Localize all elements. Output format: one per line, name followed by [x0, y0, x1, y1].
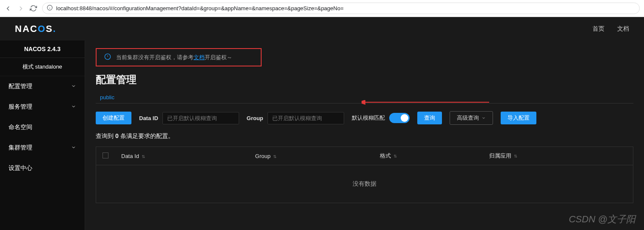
doc-link[interactable]: 文档 [194, 54, 205, 60]
data-id-input[interactable] [162, 112, 239, 124]
sidebar-item-namespace[interactable]: 命名空间 [0, 117, 85, 138]
select-all-col[interactable] [96, 147, 115, 165]
forward-icon[interactable] [17, 5, 25, 12]
table-empty: 没有数据 [96, 165, 633, 203]
chevron-down-icon [71, 144, 76, 151]
fuzzy-toggle[interactable] [389, 113, 410, 123]
sort-icon: ⇅ [514, 154, 517, 158]
config-table: Data Id⇅ Group⇅ 格式⇅ 归属应用⇅ 没有数据 [96, 147, 633, 203]
sort-icon: ⇅ [273, 154, 276, 159]
col-app[interactable]: 归属应用⇅ [483, 147, 633, 165]
sidebar-item-label: 集群管理 [9, 144, 32, 152]
sidebar-item-label: 配置管理 [9, 83, 32, 90]
query-button[interactable]: 查询 [417, 112, 442, 124]
col-group[interactable]: Group⇅ [249, 147, 374, 165]
url-bar[interactable]: localhost:8848/nacos/#/configurationMana… [42, 3, 640, 14]
app-header: NACOS. 首页 文档 [0, 17, 644, 40]
namespace-tabs: public [96, 92, 633, 104]
import-config-button[interactable]: 导入配置 [501, 112, 536, 124]
info-icon [104, 53, 111, 61]
group-label: Group [247, 115, 263, 121]
chevron-down-icon [71, 104, 76, 110]
sidebar-item-settings[interactable]: 设置中心 [0, 158, 85, 178]
sidebar: NACOS 2.4.3 模式 standalone 配置管理 服务管理 命名空间… [0, 40, 85, 230]
reload-icon[interactable] [30, 5, 37, 12]
main-content: 当前集群没有开启鉴权，请参考文档开启鉴权～ 配置管理 public 创建配置 D… [85, 40, 644, 230]
search-bar: 创建配置 Data ID Group 默认模糊匹配 查询 高级查询 导入配置 [96, 111, 633, 125]
result-summary: 查询到 0 条满足要求的配置。 [96, 132, 633, 140]
page-title: 配置管理 [96, 73, 633, 86]
namespace-public-tab[interactable]: public [100, 94, 114, 101]
nacos-logo: NACOS. [15, 23, 57, 34]
chevron-down-icon [71, 83, 76, 90]
sidebar-item-config[interactable]: 配置管理 [0, 76, 85, 97]
sidebar-item-label: 命名空间 [9, 124, 32, 131]
sidebar-item-cluster[interactable]: 集群管理 [0, 138, 85, 158]
nav-doc[interactable]: 文档 [617, 25, 629, 33]
fuzzy-toggle-label: 默认模糊匹配 [352, 114, 385, 122]
sort-icon: ⇅ [142, 154, 145, 159]
nav-home[interactable]: 首页 [593, 25, 604, 33]
advanced-query-button[interactable]: 高级查询 [450, 111, 493, 125]
group-input[interactable] [268, 112, 344, 124]
data-id-label: Data ID [139, 115, 158, 121]
browser-toolbar: localhost:8848/nacos/#/configurationMana… [0, 0, 644, 17]
create-config-button[interactable]: 创建配置 [96, 112, 131, 124]
sidebar-item-label: 服务管理 [9, 103, 32, 111]
sort-icon: ⇅ [393, 154, 397, 158]
back-icon[interactable] [4, 5, 12, 12]
notice-text: 当前集群没有开启鉴权，请参考文档开启鉴权～ [116, 54, 232, 61]
chevron-down-icon [482, 115, 486, 121]
sidebar-item-service[interactable]: 服务管理 [0, 97, 85, 117]
sidebar-mode: 模式 standalone [0, 58, 85, 76]
sidebar-version: NACOS 2.4.3 [0, 40, 85, 58]
sidebar-item-label: 设置中心 [9, 164, 32, 172]
url-text: localhost:8848/nacos/#/configurationMana… [56, 5, 344, 12]
info-icon [47, 5, 53, 12]
col-data-id[interactable]: Data Id⇅ [115, 147, 249, 165]
col-format[interactable]: 格式⇅ [373, 147, 482, 165]
auth-notice: 当前集群没有开启鉴权，请参考文档开启鉴权～ [96, 48, 262, 66]
